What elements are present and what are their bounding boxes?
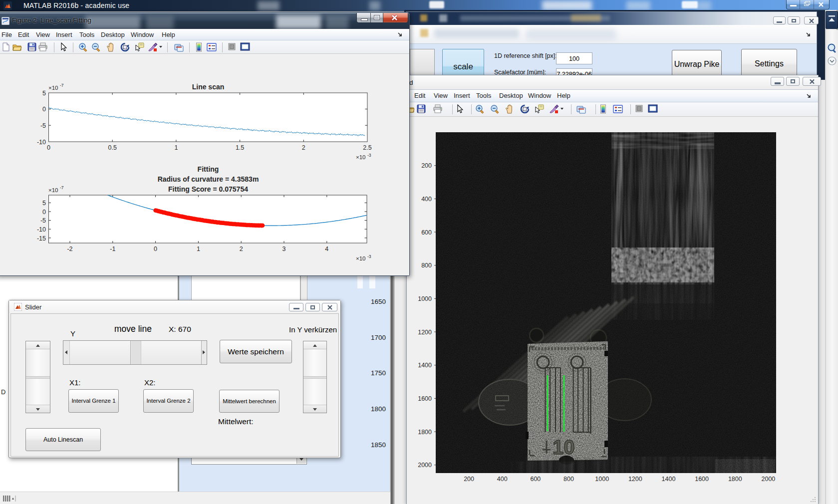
svg-text:-3: -3 [367, 153, 371, 158]
svg-text:×10: ×10 [356, 255, 366, 261]
svg-text:-10: -10 [37, 139, 46, 146]
svg-text:2.5: 2.5 [363, 144, 371, 151]
svg-text:0: 0 [47, 144, 50, 151]
svg-text:5: 5 [42, 200, 46, 207]
svg-text:Fitting Score = 0.075754: Fitting Score = 0.075754 [168, 185, 248, 193]
svg-text:1600: 1600 [695, 476, 709, 483]
svg-text:5: 5 [42, 90, 46, 97]
svg-text:-5: -5 [40, 217, 46, 224]
svg-text:2000: 2000 [418, 462, 432, 469]
svg-text:0: 0 [154, 246, 157, 252]
svg-text:800: 800 [421, 262, 432, 269]
svg-text:400: 400 [421, 196, 432, 203]
svg-text:4: 4 [325, 246, 328, 252]
svg-text:1600: 1600 [418, 395, 432, 402]
svg-text:-1: -1 [110, 246, 115, 252]
svg-text:200: 200 [464, 476, 474, 483]
svg-text:1400: 1400 [662, 476, 676, 483]
svg-text:×10: ×10 [48, 187, 58, 193]
svg-text:200: 200 [421, 162, 432, 169]
svg-text:-15: -15 [37, 235, 46, 242]
svg-text:1800: 1800 [418, 429, 432, 436]
svg-text:2: 2 [240, 246, 243, 252]
svg-text:800: 800 [563, 476, 574, 483]
svg-text:2: 2 [302, 144, 305, 151]
svg-text:-2: -2 [67, 246, 72, 252]
svg-text:1.5: 1.5 [236, 144, 244, 151]
svg-text:0.5: 0.5 [108, 144, 117, 151]
svg-text:0: 0 [42, 209, 46, 216]
svg-text:×10: ×10 [356, 154, 366, 160]
svg-text:-5: -5 [40, 122, 46, 129]
svg-text:×10: ×10 [48, 85, 58, 91]
svg-text:1800: 1800 [728, 476, 742, 483]
svg-text:Fitting: Fitting [198, 165, 219, 173]
svg-text:-7: -7 [60, 185, 64, 190]
svg-text:1: 1 [197, 246, 200, 252]
svg-text:-10: -10 [37, 226, 46, 233]
svg-text:1000: 1000 [418, 295, 432, 302]
svg-text:1200: 1200 [418, 329, 432, 336]
svg-text:1200: 1200 [628, 476, 642, 483]
svg-text:2000: 2000 [761, 476, 775, 483]
svg-text:0: 0 [42, 106, 46, 113]
svg-text:10: 10 [553, 436, 575, 458]
svg-text:Radius of curvature = 4.3583m: Radius of curvature = 4.3583m [158, 175, 259, 183]
svg-text:3: 3 [282, 246, 286, 252]
svg-text:1400: 1400 [418, 362, 432, 369]
svg-text:1: 1 [174, 144, 178, 151]
svg-text:400: 400 [497, 476, 508, 483]
svg-text:-7: -7 [60, 83, 64, 88]
svg-text:1000: 1000 [595, 476, 609, 483]
svg-text:600: 600 [421, 229, 432, 236]
svg-text:600: 600 [530, 476, 541, 483]
svg-text:Line scan: Line scan [192, 83, 225, 91]
svg-text:-3: -3 [367, 254, 371, 259]
